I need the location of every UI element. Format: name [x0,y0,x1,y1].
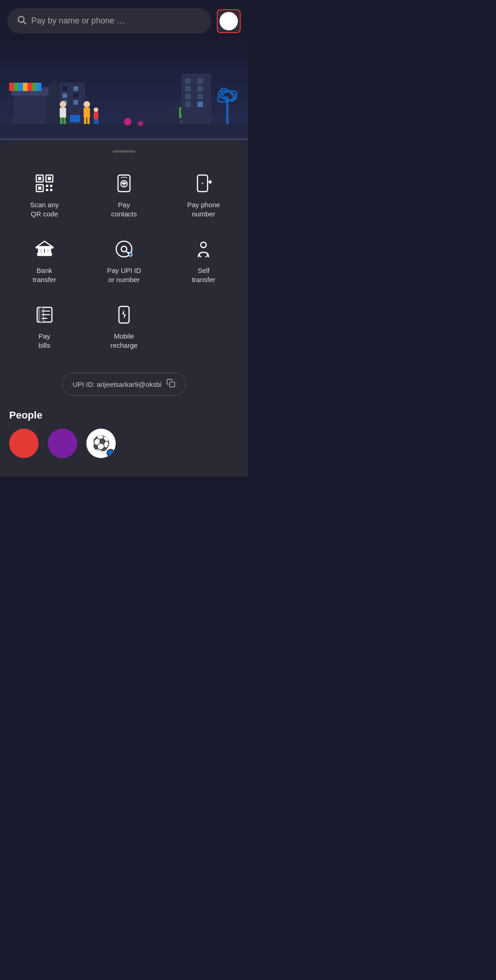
action-scan-qr[interactable]: Scan anyQR code [5,162,84,227]
action-self-transfer[interactable]: Selftransfer [164,227,243,293]
svg-rect-25 [45,248,47,253]
svg-rect-13 [50,185,52,187]
action-pay-phone[interactable]: Pay phonenumber [164,162,243,227]
people-avatars-list: ⚽ [9,429,239,458]
shop-building [14,92,46,124]
pay-phone-icon [191,171,216,196]
action-mobile-recharge-label: Mobilerecharge [110,332,137,350]
search-bar[interactable]: Pay by name or phone … [7,8,211,34]
action-mobile-recharge[interactable]: Mobilerecharge [84,293,163,359]
action-pay-upi-label: Pay UPI IDor number [107,266,141,284]
svg-point-30 [201,242,206,248]
person-avatar-3[interactable]: ⚽ [86,429,116,458]
svg-marker-20 [37,241,52,247]
people-section: People ⚽ [0,400,248,463]
qr-code-icon [32,171,57,196]
action-pay-contacts-label: Paycontacts [111,200,137,218]
svg-point-19 [202,183,203,184]
copy-icon[interactable] [166,379,175,390]
svg-rect-9 [48,177,51,180]
people-section-title: People [9,409,239,421]
svg-rect-24 [42,248,44,253]
person-avatar-2[interactable] [48,429,77,458]
svg-rect-26 [49,248,51,253]
banner-illustration [0,39,248,149]
svg-rect-23 [39,248,40,253]
upi-id-section: UPI ID: arijeetsarkar9@oksbi [0,363,248,400]
user-avatar-button[interactable] [217,9,241,33]
svg-rect-11 [38,187,41,190]
svg-rect-15 [50,189,52,191]
svg-text:→: → [130,254,132,256]
bottom-sheet: Scan anyQR code Paycontacts [0,140,248,476]
svg-line-1 [23,22,26,24]
bank-icon [32,237,57,261]
action-pay-phone-label: Pay phonenumber [187,200,220,218]
svg-rect-14 [46,189,48,191]
people-figures [60,101,98,124]
avatar-badge [107,449,115,457]
action-pay-contacts[interactable]: Paycontacts [84,162,163,227]
upi-id-text: UPI ID: arijeetsarkar9@oksbi [73,380,162,388]
self-transfer-icon [191,237,216,261]
pay-contacts-icon [112,171,136,196]
flower-decoration [124,118,131,125]
action-self-transfer-label: Selftransfer [192,266,215,284]
action-bank-transfer-label: Banktransfer [33,266,56,284]
upi-icon: → [112,237,136,261]
search-icon [17,15,27,27]
action-pay-bills[interactable]: Paybills [5,293,84,359]
recharge-icon [112,302,136,327]
palm-tree [216,87,239,124]
svg-rect-7 [38,177,41,180]
action-bank-transfer[interactable]: Banktransfer [5,227,84,293]
building-right [181,74,211,124]
search-placeholder-text: Pay by name or phone … [31,16,125,26]
actions-grid-row1: Scan anyQR code Paycontacts [0,153,248,363]
upi-id-box[interactable]: UPI ID: arijeetsarkar9@oksbi [62,373,186,396]
person-avatar-1[interactable] [9,429,39,458]
svg-rect-38 [169,382,175,387]
avatar [220,12,238,30]
header: Pay by name or phone … [0,0,248,39]
action-pay-upi[interactable]: → Pay UPI IDor number [84,227,163,293]
action-scan-qr-label: Scan anyQR code [30,200,59,218]
bills-icon [32,302,57,327]
action-pay-bills-label: Paybills [39,332,51,350]
svg-rect-12 [46,185,48,187]
